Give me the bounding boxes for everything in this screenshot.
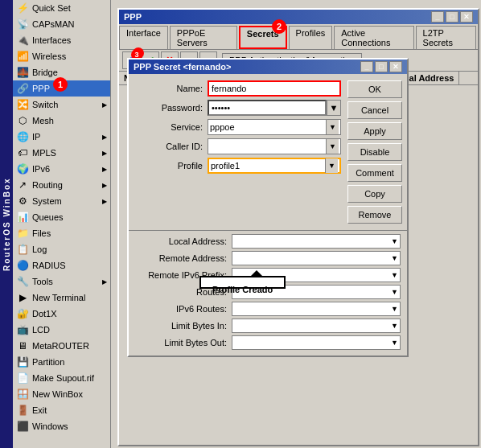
routes-arrow[interactable]: ▼ bbox=[391, 288, 398, 296]
sidebar-item-log[interactable]: 📋 Log bbox=[13, 241, 110, 257]
sidebar-item-label: Windows bbox=[32, 421, 68, 431]
close-button[interactable]: ✕ bbox=[460, 11, 473, 23]
sidebar-item-mesh[interactable]: ⬡ Mesh bbox=[13, 113, 110, 129]
sidebar-item-queues[interactable]: 📊 Queues bbox=[13, 209, 110, 225]
service-value: pppoe bbox=[210, 122, 235, 132]
sidebar-item-label: Switch bbox=[32, 100, 58, 109]
secret-maximize-button[interactable]: □ bbox=[375, 61, 388, 72]
service-dropdown[interactable]: pppoe ▼ bbox=[208, 119, 341, 135]
sidebar-item-windows[interactable]: ⬛ Windows bbox=[13, 418, 110, 434]
sidebar-item-ipv6[interactable]: 🌍 IPv6 ▶ bbox=[13, 161, 110, 177]
disable-button[interactable]: Disable bbox=[347, 143, 402, 161]
sidebar-item-label: Wireless bbox=[32, 51, 66, 61]
remote-address-arrow[interactable]: ▼ bbox=[391, 254, 398, 262]
remote-address-row: Remote Address: ▼ bbox=[135, 251, 401, 265]
interfaces-icon: 🔌 bbox=[16, 34, 29, 47]
exit-icon: 🚪 bbox=[16, 404, 29, 417]
capsman-icon: 📡 bbox=[16, 18, 29, 31]
dot1x-icon: 🔐 bbox=[16, 307, 29, 320]
name-input[interactable] bbox=[208, 80, 341, 97]
ipv6-icon: 🌍 bbox=[16, 162, 29, 175]
sidebar-item-lcd[interactable]: 📺 LCD bbox=[13, 322, 110, 338]
sidebar-item-mpls[interactable]: 🏷 MPLS ▶ bbox=[13, 145, 110, 161]
sidebar-item-new-winbox[interactable]: 🪟 New WinBox bbox=[13, 386, 110, 402]
sidebar-item-quick-set[interactable]: ⚡ Quick Set bbox=[13, 0, 110, 16]
local-address-input[interactable]: ▼ bbox=[232, 234, 401, 249]
sidebar-item-label: Dot1X bbox=[32, 309, 57, 319]
password-dropdown-arrow[interactable]: ▼ bbox=[327, 100, 341, 116]
sidebar-item-capsman[interactable]: 📡 CAPsMAN bbox=[13, 16, 110, 32]
tab-l2tp-secrets[interactable]: L2TP Secrets bbox=[416, 26, 476, 49]
sidebar-item-metarouter[interactable]: 🖥 MetaROUTER bbox=[13, 338, 110, 354]
limit-bytes-out-input[interactable]: ▼ bbox=[232, 335, 401, 350]
caller-id-dropdown[interactable]: ▼ bbox=[208, 138, 341, 154]
cancel-button[interactable]: Cancel bbox=[347, 101, 402, 119]
limit-bytes-in-input[interactable]: ▼ bbox=[232, 319, 401, 333]
name-row: Name: bbox=[135, 80, 341, 97]
sidebar-item-ip[interactable]: 🌐 IP ▶ bbox=[13, 129, 110, 145]
minimize-button[interactable]: _ bbox=[431, 11, 444, 23]
sidebar-item-interfaces[interactable]: 🔌 Interfaces bbox=[13, 32, 110, 48]
copy-button[interactable]: Copy bbox=[347, 185, 402, 203]
lcd-icon: 📺 bbox=[16, 323, 29, 336]
secret-minimize-button[interactable]: _ bbox=[360, 61, 373, 72]
secret-titlebar: PPP Secret <fernando> _ □ ✕ bbox=[129, 60, 407, 74]
sidebar-item-label: Exit bbox=[32, 405, 47, 415]
sidebar-item-label: IPv6 bbox=[32, 164, 50, 174]
sidebar-item-dot1x[interactable]: 🔐 Dot1X bbox=[13, 306, 110, 322]
caller-id-arrow[interactable]: ▼ bbox=[326, 139, 339, 154]
password-input[interactable] bbox=[208, 100, 327, 116]
sidebar-item-label: Queues bbox=[32, 212, 64, 222]
tab-interface[interactable]: Interface bbox=[119, 26, 168, 49]
ipv6-routes-arrow[interactable]: ▼ bbox=[391, 305, 398, 313]
secret-close-button[interactable]: ✕ bbox=[389, 61, 402, 72]
ipv6-routes-input[interactable]: ▼ bbox=[232, 302, 401, 316]
mpls-icon: 🏷 bbox=[16, 146, 29, 159]
limit-bytes-out-arrow[interactable]: ▼ bbox=[391, 339, 398, 347]
profile-arrow[interactable]: ▼ bbox=[325, 158, 338, 173]
sidebar-item-system[interactable]: ⚙ System ▶ bbox=[13, 193, 110, 209]
sidebar-item-tools[interactable]: 🔧 Tools ▶ bbox=[13, 273, 110, 290]
bridge-icon: 🌉 bbox=[16, 66, 29, 79]
sidebar-item-partition[interactable]: 💾 Partition bbox=[13, 354, 110, 370]
switch-icon: 🔀 bbox=[16, 98, 29, 111]
limit-bytes-in-label: Limit Bytes In: bbox=[135, 321, 232, 331]
remove-button[interactable]: Remove bbox=[347, 206, 402, 224]
service-arrow[interactable]: ▼ bbox=[326, 120, 339, 134]
ipv6-expand-arrow: ▶ bbox=[102, 166, 107, 173]
tab-active-connections[interactable]: Active Connections bbox=[334, 26, 413, 49]
sidebar-item-radius[interactable]: 🔵 RADIUS bbox=[13, 257, 110, 273]
sidebar-item-ppp[interactable]: 🔗 PPP 1 bbox=[13, 80, 110, 97]
tools-icon: 🔧 bbox=[16, 275, 29, 288]
secret-dialog: PPP Secret <fernando> _ □ ✕ Name: Pa bbox=[127, 58, 409, 357]
sidebar-item-label: Partition bbox=[32, 357, 64, 367]
limit-bytes-in-arrow[interactable]: ▼ bbox=[391, 322, 398, 330]
sidebar-item-new-terminal[interactable]: ▶ New Terminal bbox=[13, 290, 110, 306]
tab-profiles[interactable]: Profiles bbox=[289, 26, 333, 49]
local-address-arrow[interactable]: ▼ bbox=[391, 237, 398, 245]
windows-icon: ⬛ bbox=[16, 420, 29, 433]
ok-button[interactable]: OK bbox=[347, 80, 402, 98]
sidebar-item-label: RADIUS bbox=[32, 261, 66, 270]
caller-id-label: Caller ID: bbox=[135, 142, 208, 151]
remote-ipv6-arrow[interactable]: ▼ bbox=[391, 271, 398, 279]
sidebar-item-routing[interactable]: ↗ Routing ▶ bbox=[13, 177, 110, 193]
sidebar-item-label: IP bbox=[32, 132, 40, 142]
profile-dropdown[interactable]: profile1 ▼ bbox=[208, 158, 341, 174]
secret-title: PPP Secret <fernando> bbox=[134, 62, 231, 72]
apply-button[interactable]: Apply bbox=[347, 122, 402, 140]
sidebar-item-label: Quick Set bbox=[32, 3, 71, 13]
limit-bytes-out-row: Limit Bytes Out: ▼ bbox=[135, 335, 401, 350]
tab-pppoe-servers[interactable]: PPPoE Servers bbox=[170, 26, 237, 49]
comment-button[interactable]: Comment bbox=[347, 164, 402, 182]
sidebar-item-files[interactable]: 📁 Files bbox=[13, 225, 110, 241]
maximize-button[interactable]: □ bbox=[446, 11, 458, 23]
sidebar-item-switch[interactable]: 🔀 Switch ▶ bbox=[13, 97, 110, 113]
sidebar-item-label: LCD bbox=[32, 325, 50, 335]
ppp-titlebar: PPP _ □ ✕ bbox=[119, 10, 478, 24]
sidebar-item-wireless[interactable]: 📶 Wireless bbox=[13, 48, 110, 64]
sidebar-item-make-supout[interactable]: 📄 Make Supout.rif bbox=[13, 370, 110, 386]
sidebar-item-label: MPLS bbox=[32, 148, 56, 158]
sidebar-item-label: Interfaces bbox=[32, 35, 71, 45]
sidebar-item-exit[interactable]: 🚪 Exit bbox=[13, 402, 110, 418]
